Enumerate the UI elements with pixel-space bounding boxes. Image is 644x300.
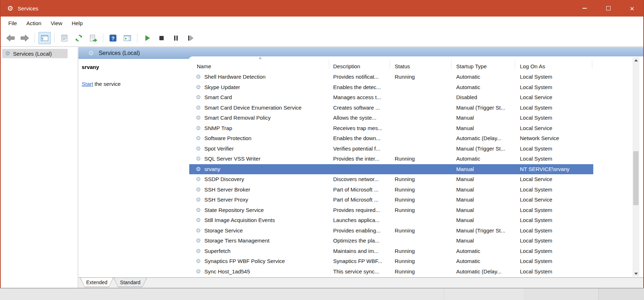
service-description-cell: Maintains and im... bbox=[333, 246, 378, 257]
start-service-link[interactable]: Start bbox=[82, 81, 93, 87]
service-status-cell: Running bbox=[395, 226, 415, 236]
column-header-name[interactable]: Name bbox=[197, 63, 211, 69]
service-logon-cell: Local System bbox=[520, 256, 552, 267]
service-name-cell: SSH Server Proxy bbox=[204, 195, 248, 205]
table-row[interactable]: ⚙ Smart Card Device Enumeration Service … bbox=[189, 103, 643, 113]
service-description-cell: Provides the inter... bbox=[333, 154, 379, 164]
service-name-cell: Still Image Acquisition Events bbox=[204, 215, 275, 226]
gear-icon: ⚙ bbox=[88, 50, 94, 56]
table-row[interactable]: ⚙ Synaptics FP WBF Policy Service Synapt… bbox=[189, 256, 643, 267]
service-status-cell: Running bbox=[395, 174, 415, 185]
restart-service-button[interactable] bbox=[184, 32, 196, 44]
stop-service-button[interactable] bbox=[155, 32, 168, 44]
scroll-down-icon bbox=[634, 273, 638, 275]
tab-standard[interactable]: Standard bbox=[114, 278, 147, 287]
table-row[interactable]: ⚙ State Repository Service Provides requ… bbox=[189, 205, 643, 216]
service-description-cell: Provides notificat... bbox=[333, 72, 379, 82]
minimize-button[interactable] bbox=[573, 0, 597, 17]
service-logon-cell: Local Service bbox=[520, 123, 552, 134]
selected-service-name: srvany bbox=[82, 64, 189, 70]
service-status-cell: Running bbox=[395, 246, 415, 257]
tab-extended[interactable]: Extended bbox=[80, 278, 113, 287]
show-console-tree-button[interactable] bbox=[38, 32, 51, 44]
service-startup-cell: Automatic bbox=[456, 72, 480, 82]
vertical-scrollbar[interactable] bbox=[632, 57, 639, 277]
service-name-cell: Software Protection bbox=[204, 133, 251, 144]
service-status-cell: Running bbox=[395, 185, 415, 195]
service-startup-cell: Automatic bbox=[456, 256, 480, 267]
close-button[interactable]: × bbox=[620, 0, 644, 17]
service-startup-cell: Automatic bbox=[456, 82, 480, 93]
menu-view[interactable]: View bbox=[46, 17, 67, 29]
back-arrow-button[interactable] bbox=[4, 32, 17, 44]
menu-file[interactable]: File bbox=[4, 17, 22, 29]
column-header-log-on-as[interactable]: Log On As bbox=[520, 63, 545, 69]
table-row[interactable]: ⚙ Superfetch Maintains and im... Running… bbox=[189, 246, 643, 257]
service-name-cell: Sync Host_1ad545 bbox=[204, 267, 250, 277]
properties-button[interactable] bbox=[58, 32, 71, 44]
column-separator[interactable] bbox=[451, 60, 452, 69]
column-separator[interactable] bbox=[592, 60, 592, 69]
window-left-border bbox=[0, 0, 1, 289]
service-name-cell: Skype Updater bbox=[204, 82, 240, 93]
scroll-up-button[interactable] bbox=[632, 57, 639, 63]
service-name-cell: SSDP Discovery bbox=[204, 174, 244, 185]
show-action-pane-button[interactable] bbox=[121, 32, 133, 44]
export-list-button[interactable] bbox=[87, 32, 99, 44]
menu-action[interactable]: Action bbox=[22, 17, 46, 29]
column-separator[interactable] bbox=[390, 60, 390, 69]
table-row[interactable]: ⚙ Sync Host_1ad545 This service sync... … bbox=[189, 267, 643, 277]
column-header-startup-type[interactable]: Startup Type bbox=[456, 63, 487, 69]
forward-arrow-icon bbox=[20, 34, 30, 42]
table-row[interactable]: ⚙ Smart Card Manages access t... Disable… bbox=[189, 92, 643, 103]
start-service-button[interactable] bbox=[141, 32, 153, 44]
maximize-button[interactable] bbox=[597, 0, 620, 17]
tree-item-services-local[interactable]: ⚙ Services (Local) bbox=[2, 49, 68, 58]
table-row[interactable]: ⚙ Software Protection Enables the down..… bbox=[189, 133, 643, 144]
table-row[interactable]: ⚙ Skype Updater Enables the detec... Aut… bbox=[189, 82, 643, 93]
service-logon-cell: Local System bbox=[520, 144, 552, 154]
table-row[interactable]: ⚙ Storage Tiers Management Optimizes the… bbox=[189, 236, 643, 246]
table-row[interactable]: ⚙ SQL Server VSS Writer Provides the int… bbox=[189, 154, 643, 164]
table-row[interactable]: ⚙ Still Image Acquisition Events Launche… bbox=[189, 215, 643, 226]
help-button[interactable]: ? bbox=[107, 32, 119, 44]
refresh-button[interactable] bbox=[73, 32, 85, 44]
service-startup-cell: Disabled bbox=[456, 92, 477, 103]
scroll-down-button[interactable] bbox=[632, 271, 639, 277]
service-description-cell: Manages access t... bbox=[333, 92, 381, 103]
table-row[interactable]: ⚙ SNMP Trap Receives trap mes... Manual … bbox=[189, 123, 643, 134]
main-panel: ⚙ Services (Local) srvany Start the serv… bbox=[78, 47, 643, 288]
column-separator[interactable] bbox=[515, 60, 515, 69]
service-logon-cell: Local System bbox=[520, 103, 552, 113]
column-header-description[interactable]: Description bbox=[333, 63, 360, 69]
forward-arrow-button[interactable] bbox=[19, 32, 31, 44]
table-row[interactable]: ⚙ Spot Verifier Verifies potential f... … bbox=[189, 144, 643, 154]
table-row[interactable]: ⚙ SSDP Discovery Discovers networ... Run… bbox=[189, 174, 643, 185]
pause-service-button[interactable] bbox=[170, 32, 182, 44]
table-row[interactable]: ⚙ Shell Hardware Detection Provides noti… bbox=[189, 72, 643, 82]
column-header-status[interactable]: Status bbox=[395, 63, 410, 69]
minimize-icon bbox=[582, 8, 587, 9]
scrollbar-thumb[interactable] bbox=[633, 151, 639, 205]
table-row[interactable]: ⚙ Storage Service Provides enabling... R… bbox=[189, 226, 643, 236]
service-description-cell: Provides enabling... bbox=[333, 226, 381, 236]
extended-detail-pane: srvany Start the service bbox=[78, 59, 189, 277]
table-row[interactable]: ⚙ SSH Server Broker Part of Microsoft ..… bbox=[189, 185, 643, 195]
service-startup-cell: Automatic bbox=[456, 154, 480, 164]
menu-bar: FileActionViewHelp bbox=[1, 17, 643, 29]
service-logon-cell: Local Service bbox=[520, 92, 552, 103]
table-row[interactable]: ⚙ srvany Manual NT SERVICE\srvany bbox=[189, 164, 643, 175]
service-status-cell: Running bbox=[395, 72, 415, 82]
column-separator[interactable] bbox=[329, 60, 329, 69]
strip-segment bbox=[523, 289, 598, 300]
table-row[interactable]: ⚙ SSH Server Proxy Part of Microsoft ...… bbox=[189, 195, 643, 205]
service-name-cell: Spot Verifier bbox=[204, 144, 234, 154]
table-row[interactable]: ⚙ Smart Card Removal Policy Allows the s… bbox=[189, 113, 643, 123]
view-tab-bar: ExtendedStandard bbox=[78, 277, 643, 288]
export-list-icon bbox=[89, 34, 97, 42]
tree-item-label: Services (Local) bbox=[13, 51, 52, 57]
service-name-cell: Smart Card Removal Policy bbox=[204, 113, 271, 123]
service-gear-icon: ⚙ bbox=[196, 133, 201, 144]
menu-help[interactable]: Help bbox=[67, 17, 87, 29]
service-gear-icon: ⚙ bbox=[196, 154, 201, 164]
